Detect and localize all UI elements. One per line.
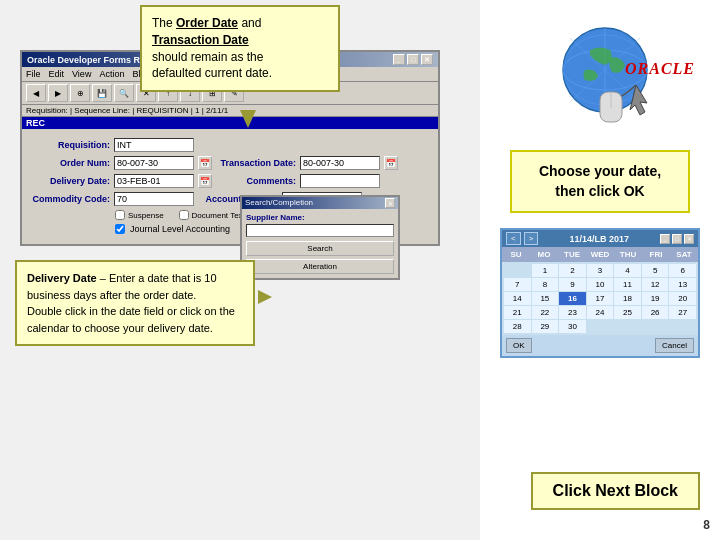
cal-day-17[interactable]: 17 [587,292,614,305]
toolbar-btn-2[interactable]: ▶ [48,84,68,102]
cal-day-21[interactable]: 21 [504,306,531,319]
search-button[interactable]: Search [246,241,394,256]
oracle-statusbar: Requisition: | Sequence Line: | REQUISIT… [22,105,438,117]
cal-day-11[interactable]: 11 [614,278,641,291]
cal-max-btn[interactable]: □ [672,234,682,244]
day-header-sat: SAT [670,249,698,260]
supplier-name-label: Supplier Name: [246,213,394,222]
cal-day-13[interactable]: 13 [669,278,696,291]
choose-date-line1: Choose your date, [539,163,661,179]
day-header-fri: FRI [642,249,670,260]
toolbar-btn-5[interactable]: 🔍 [114,84,134,102]
cal-day-26[interactable]: 26 [642,306,669,319]
cal-day-19[interactable]: 19 [642,292,669,305]
day-header-tue: TUE [558,249,586,260]
suspense-label: Suspense [128,211,164,220]
cal-empty-3 [642,320,669,333]
cal-day-16-highlighted[interactable]: 16 [559,292,586,305]
cal-day-6[interactable]: 6 [669,264,696,277]
requisition-input[interactable] [114,138,194,152]
cal-day-25[interactable]: 25 [614,306,641,319]
window-controls: _ □ ✕ [393,54,433,65]
next-block-button[interactable]: Click Next Block [531,472,700,510]
calendar-titlebar: < > 11/14/LB 2017 _ □ ✕ [502,230,698,247]
cal-day-12[interactable]: 12 [642,278,669,291]
journal-level-label: Journal Level Accounting [130,224,230,234]
cal-day-18[interactable]: 18 [614,292,641,305]
next-block-container: Click Next Block [531,472,700,510]
minimize-button[interactable]: _ [393,54,405,65]
document-text-checkbox[interactable] [179,210,189,220]
calendar-footer: OK Cancel [502,335,698,356]
order-num-input[interactable] [114,156,194,170]
delivery-date-label: Delivery Date: [30,176,110,186]
cal-close-btn[interactable]: ✕ [684,234,694,244]
cal-day-28[interactable]: 28 [504,320,531,333]
toolbar-btn-1[interactable]: ◀ [26,84,46,102]
suspense-checkbox-field: Suspense [115,210,164,220]
requisition-row: Requisition: [30,138,430,152]
order-num-row: Order Num: 📅 Transaction Date: 📅 [30,156,430,170]
oracle-logo: ORACLE [625,60,695,78]
cal-day-15[interactable]: 15 [532,292,559,305]
transaction-date-label: Transaction Date: [216,158,296,168]
cal-day-4[interactable]: 4 [614,264,641,277]
cal-day-3[interactable]: 3 [587,264,614,277]
menu-view[interactable]: View [72,69,91,79]
supplier-name-input[interactable] [246,224,394,237]
cal-day-27[interactable]: 27 [669,306,696,319]
cal-day-empty [504,264,531,277]
search-body: Supplier Name: Search Alteration [242,209,398,278]
cal-min-btn[interactable]: _ [660,234,670,244]
cal-day-23[interactable]: 23 [559,306,586,319]
cal-day-8[interactable]: 8 [532,278,559,291]
commodity-input[interactable] [114,192,194,206]
cal-day-2[interactable]: 2 [559,264,586,277]
menu-file[interactable]: File [26,69,41,79]
transaction-date-input[interactable] [300,156,380,170]
alteration-button[interactable]: Alteration [246,259,394,274]
close-button[interactable]: ✕ [421,54,433,65]
cal-day-24[interactable]: 24 [587,306,614,319]
cal-day-1[interactable]: 1 [532,264,559,277]
calendar-prev-button[interactable]: < [506,232,521,245]
delivery-date-cal-icon[interactable]: 📅 [198,174,212,188]
calendar-cancel-button[interactable]: Cancel [655,338,694,353]
search-close-btn[interactable]: ✕ [385,198,395,208]
cal-day-20[interactable]: 20 [669,292,696,305]
cal-day-30[interactable]: 30 [559,320,586,333]
order-num-cal-icon[interactable]: 📅 [198,156,212,170]
cal-day-10[interactable]: 10 [587,278,614,291]
transaction-date-bold: Transaction Date [152,33,249,47]
toolbar-btn-4[interactable]: 💾 [92,84,112,102]
cal-day-22[interactable]: 22 [532,306,559,319]
delivery-date-input[interactable] [114,174,194,188]
search-supplier-field: Supplier Name: [246,213,394,237]
menu-action[interactable]: Action [99,69,124,79]
comments-input[interactable] [300,174,380,188]
calendar-ok-button[interactable]: OK [506,338,532,353]
day-header-mo: MO [530,249,558,260]
delivery-date-bold: Delivery Date [27,272,97,284]
cal-day-5[interactable]: 5 [642,264,669,277]
maximize-button[interactable]: □ [407,54,419,65]
day-header-thu: THU [614,249,642,260]
menu-edit[interactable]: Edit [49,69,65,79]
calendar-next-button[interactable]: > [524,232,539,245]
suspense-checkbox[interactable] [115,210,125,220]
calendar-popup: < > 11/14/LB 2017 _ □ ✕ SU MO TUE WED TH… [500,228,700,358]
transaction-date-cal-icon[interactable]: 📅 [384,156,398,170]
cal-day-14[interactable]: 14 [504,292,531,305]
cal-day-9[interactable]: 9 [559,278,586,291]
cal-day-29[interactable]: 29 [532,320,559,333]
delivery-date-row: Delivery Date: 📅 Comments: [30,174,430,188]
toolbar-btn-3[interactable]: ⊕ [70,84,90,102]
arrow-down-icon [240,110,256,128]
cal-empty-4 [669,320,696,333]
document-text-field: Document Text [179,210,245,220]
journal-level-checkbox[interactable] [115,224,125,234]
calendar-day-headers: SU MO TUE WED THU FRI SAT [502,247,698,262]
arrow-right-icon [258,290,272,304]
cal-day-7[interactable]: 7 [504,278,531,291]
search-titlebar: Search/Completion ✕ [242,197,398,209]
